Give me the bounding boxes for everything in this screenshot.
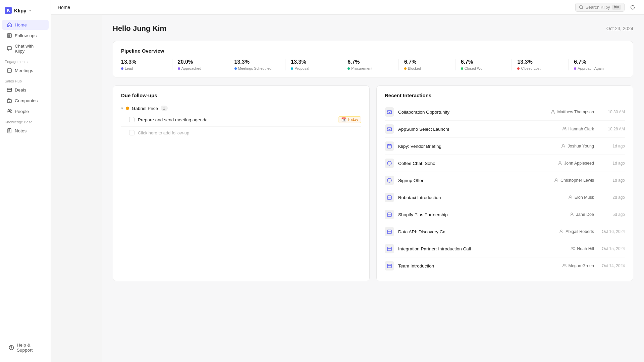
interaction-icon xyxy=(385,124,394,134)
app-name: Klipy xyxy=(14,8,26,13)
search-bar[interactable]: Search Klipy ⌘K xyxy=(575,3,625,12)
interaction-icon xyxy=(385,244,394,253)
interaction-person: Elon Musk xyxy=(568,195,594,200)
pipeline-dot-color xyxy=(234,67,237,70)
refresh-icon xyxy=(630,5,635,10)
svg-point-8 xyxy=(11,349,11,349)
sidebar-nav-chat[interactable]: Chat with Klipy xyxy=(2,41,49,56)
interaction-row[interactable]: Klipy: Vendor Briefing Joshua Young 1d a… xyxy=(385,138,625,155)
pipeline-stat-item: 13.3% Closed Lost xyxy=(512,59,569,70)
interaction-time: 1d ago xyxy=(601,144,625,148)
interaction-time: 1d ago xyxy=(601,161,625,166)
bottom-row: Due follow-ups ▾ Gabriel Price 1 Prepare… xyxy=(113,85,633,281)
interaction-person-name: Elon Musk xyxy=(575,195,594,200)
interaction-person: Jane Doe xyxy=(570,212,594,217)
svg-point-29 xyxy=(574,247,575,248)
interaction-row[interactable]: Coffee Chat: Soho John Appleseed 1d ago xyxy=(385,155,625,172)
svg-point-22 xyxy=(570,196,571,197)
pipeline-stats: 13.3% Lead 20.0% Approached 13.3% Meetin… xyxy=(121,59,625,70)
person-icon xyxy=(554,178,559,183)
svg-point-13 xyxy=(563,128,565,129)
followup-add-row[interactable]: Click here to add follow-up xyxy=(121,127,361,139)
interaction-title: Shopify Plus Partnership xyxy=(398,212,566,217)
pipeline-dot-color xyxy=(347,67,350,70)
svg-point-5 xyxy=(10,110,11,111)
interaction-title: Integration Partner: Introduction Call xyxy=(398,246,567,251)
svg-rect-2 xyxy=(7,88,12,92)
interaction-icon xyxy=(385,261,394,270)
svg-rect-25 xyxy=(387,230,391,234)
meetings-label: Meetings xyxy=(15,68,33,73)
pipeline-pct: 6.7% xyxy=(347,59,393,65)
companies-icon xyxy=(7,98,12,103)
pipeline-pct: 6.7% xyxy=(461,59,506,65)
svg-rect-1 xyxy=(7,69,11,72)
help-icon xyxy=(9,345,14,350)
sidebar-nav-deals[interactable]: Deals xyxy=(2,85,49,95)
interaction-row[interactable]: Shopify Plus Partnership Jane Doe 5d ago xyxy=(385,206,625,223)
followup-checkbox[interactable] xyxy=(129,117,135,122)
pipeline-label: Blocked xyxy=(404,66,450,70)
person-icon xyxy=(562,127,567,131)
interaction-time: Oct 14, 2024 xyxy=(601,263,625,268)
svg-point-26 xyxy=(560,230,562,232)
interaction-person-name: Abigail Roberts xyxy=(566,229,594,234)
pipeline-pct: 6.7% xyxy=(574,59,620,65)
help-label: Help & Support xyxy=(17,343,42,353)
pipeline-pct: 13.3% xyxy=(234,59,280,65)
interaction-title: Klipy: Vendor Briefing xyxy=(398,144,557,149)
followup-count: 1 xyxy=(161,106,168,111)
search-icon xyxy=(579,5,584,10)
svg-rect-23 xyxy=(387,213,391,217)
interaction-row[interactable]: AppSumo Select Launch! Hannah Clark 10:2… xyxy=(385,121,625,138)
pipeline-stat-item: 13.3% Proposal xyxy=(285,59,342,70)
sidebar-nav-meetings[interactable]: Meetings xyxy=(2,65,49,75)
interaction-row[interactable]: Signup Offer Christopher Lewis 1d ago xyxy=(385,172,625,189)
interaction-row[interactable]: Collaboration Opportunity Matthew Thomps… xyxy=(385,104,625,121)
interaction-person-name: Matthew Thompson xyxy=(557,110,594,114)
home-label: Home xyxy=(15,22,27,27)
sidebar-nav-help[interactable]: Help & Support xyxy=(4,340,47,355)
interaction-icon xyxy=(385,193,394,202)
sidebar-nav-home[interactable]: Home xyxy=(2,20,49,30)
interaction-time: Oct 15, 2024 xyxy=(601,246,625,251)
interaction-row[interactable]: Integration Partner: Introduction Call N… xyxy=(385,240,625,257)
search-shortcut: ⌘K xyxy=(612,5,621,10)
interaction-person: Matthew Thompson xyxy=(551,110,594,114)
sidebar-nav-people[interactable]: People xyxy=(2,106,49,116)
topbar-title: Home xyxy=(58,5,575,10)
interaction-row[interactable]: Robotaxi Introduction Elon Musk 2d ago xyxy=(385,189,625,206)
sidebar: K Klipy ▾ Home Follow-ups Chat with Klip… xyxy=(0,0,51,362)
person-icon xyxy=(558,161,562,166)
interaction-title: Robotaxi Introduction xyxy=(398,195,564,200)
sidebar-nav-companies[interactable]: Companies xyxy=(2,96,49,106)
pipeline-label: Meetings Scheduled xyxy=(234,66,280,70)
pipeline-dot-color xyxy=(574,67,576,70)
interaction-row[interactable]: Team Introduction Megan Green Oct 14, 20… xyxy=(385,257,625,274)
interaction-row[interactable]: Data API: Discovery Call Abigail Roberts… xyxy=(385,223,625,240)
notes-label: Notes xyxy=(15,128,26,133)
interaction-person-name: Megan Green xyxy=(569,263,594,268)
interaction-icon xyxy=(385,210,394,219)
svg-point-11 xyxy=(552,110,554,112)
pipeline-label: Procurement xyxy=(347,66,393,70)
pipeline-label: Proposal xyxy=(291,66,336,70)
deals-icon xyxy=(7,87,12,93)
app-logo[interactable]: K Klipy ▾ xyxy=(0,4,51,19)
refresh-icon-btn[interactable] xyxy=(628,3,637,12)
search-placeholder: Search Klipy xyxy=(586,5,610,10)
interaction-icon xyxy=(385,159,394,168)
person-icon xyxy=(561,144,566,148)
pipeline-stat-item: 13.3% Meetings Scheduled xyxy=(229,59,286,70)
sidebar-nav-followups[interactable]: Follow-ups xyxy=(2,31,49,41)
svg-point-9 xyxy=(579,5,582,8)
interaction-person-name: Jane Doe xyxy=(576,212,594,217)
followup-person-row[interactable]: ▾ Gabriel Price 1 xyxy=(121,104,361,113)
interaction-time: 1d ago xyxy=(601,178,625,183)
interaction-person: Abigail Roberts xyxy=(559,229,594,234)
person-icon xyxy=(571,246,575,251)
interaction-person-name: Noah Hill xyxy=(577,246,594,251)
sidebar-nav-notes[interactable]: Notes xyxy=(2,126,49,136)
pipeline-label: Approached xyxy=(178,66,223,70)
interaction-person-name: John Appleseed xyxy=(564,161,594,166)
